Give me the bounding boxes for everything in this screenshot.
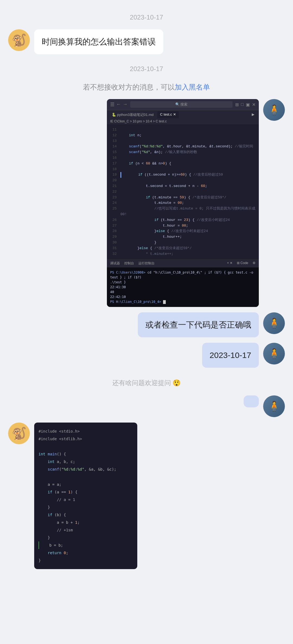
notice-text: 若不想接收对方的消息，可以 [83, 83, 175, 91]
date-text-3: 还有啥问题欢迎提问 😲 [112, 379, 181, 386]
message-text-1: 时间换算我的怎么输出答案错误 [42, 37, 156, 46]
avatar-female-4: 🧍 [263, 395, 285, 417]
message-text-3: 或者检查一下代码是否正确哦 [145, 320, 251, 329]
message-row-1: 🐒 时间换算我的怎么输出答案错误 [0, 27, 293, 57]
chat-container: 2023-10-17 🐒 时间换算我的怎么输出答案错误 2023-10-17 若… [0, 0, 293, 577]
handwritten-code-image: #include <stdio.h> #include <stdlib.h> i… [34, 423, 137, 569]
bubble-3: 或者检查一下代码是否正确哦 [138, 312, 259, 337]
bubble-4: 2023-10-17 [202, 343, 259, 368]
message-row-5: 🧍 [0, 393, 293, 420]
message-row-3: 🧍 或者检查一下代码是否正确哦 [0, 310, 293, 340]
editor-titlebar: ☰ ← → 🔍 搜索 ⊞□▣✕ [107, 99, 259, 110]
code-body: 11 12 int n; 13 14 scanf("%d:%d:%d", &t.… [107, 124, 259, 259]
tab-testc[interactable]: C test.c ✕ [157, 111, 179, 118]
system-notice: 若不想接收对方的消息，可以加入黑名单 [0, 78, 293, 96]
message-text-4: 2023-10-17 [210, 351, 251, 360]
date-divider-2: 2023-10-17 [0, 57, 293, 78]
date-text-2: 2023-10-17 [130, 65, 163, 72]
date-text-1: 2023-10-17 [130, 14, 163, 21]
date-divider-1: 2023-10-17 [0, 5, 293, 27]
message-row-4: 🧍 2023-10-17 [0, 340, 293, 370]
message-row-2: 🧍 ☰ ← → 🔍 搜索 ⊞□▣✕ 🐍 python3基础笔记01.md C t… [0, 96, 293, 310]
bubble-5 [244, 395, 259, 407]
blacklist-link[interactable]: 加入黑名单 [175, 83, 210, 91]
message-row-6: 🐒 #include <stdio.h> #include <stdlib.h>… [0, 420, 293, 572]
avatar-female-3: 🧍 [263, 343, 285, 364]
avatar-monkey-2: 🐒 [8, 423, 30, 444]
code-editor-mockup: ☰ ← → 🔍 搜索 ⊞□▣✕ 🐍 python3基础笔记01.md C tes… [107, 99, 259, 307]
editor-tab-bar: 🐍 python3基础笔记01.md C test.c ✕ ▶ [107, 110, 259, 118]
terminal-area: PS C:\Users\32008> cd "h:\Clion_C\10_pro… [107, 267, 259, 307]
date-divider-3: 还有啥问题欢迎提问 😲 [0, 370, 293, 393]
avatar-female-1: 🧍 [263, 99, 285, 121]
avatar-female-2: 🧍 [263, 312, 285, 334]
bubble-1: 时间换算我的怎么输出答案错误 [34, 29, 163, 54]
avatar-monkey-1: 🐒 [8, 29, 30, 51]
